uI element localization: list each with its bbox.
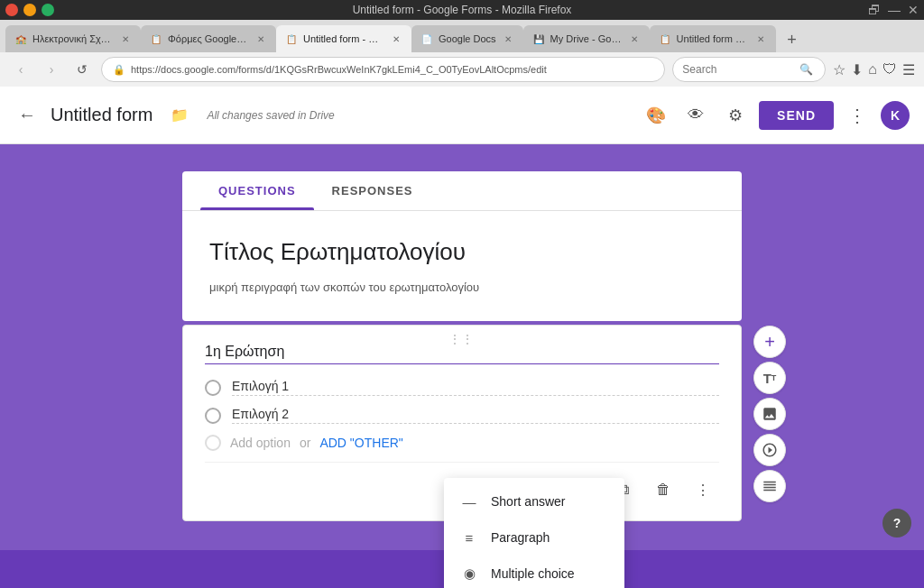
tab-favicon-2: 📋 <box>150 32 162 45</box>
tab-close-4[interactable]: ✕ <box>502 32 514 45</box>
tab-favicon-1: 🏫 <box>14 32 27 45</box>
window-close-btn[interactable] <box>5 4 18 16</box>
option-label-2[interactable]: Επιλογή 2 <box>232 407 719 424</box>
tab-close-5[interactable]: ✕ <box>628 32 641 45</box>
window-minimize-icon[interactable]: — <box>888 3 901 17</box>
more-question-options-button[interactable]: ⋮ <box>687 473 719 506</box>
dropdown-item-short-answer[interactable]: — Short answer <box>444 483 624 519</box>
add-section-button[interactable] <box>753 470 786 502</box>
add-option-text[interactable]: Add option <box>230 436 291 450</box>
tab-close-3[interactable]: ✕ <box>390 32 402 45</box>
browser-tab-4[interactable]: 📄 Google Docs ✕ <box>411 25 523 52</box>
add-option-row: Add option or ADD "OTHER" <box>205 435 719 451</box>
window-restore-icon[interactable]: 🗗 <box>868 3 881 17</box>
tab-close-6[interactable]: ✕ <box>754 32 767 45</box>
forward-button[interactable]: › <box>40 58 63 81</box>
sidebar-buttons: + TT <box>753 326 786 502</box>
tab-label-5: My Drive - Google ... <box>550 33 623 44</box>
option-row-2: Επιλογή 2 <box>205 407 719 424</box>
add-title-button[interactable]: TT <box>753 362 786 394</box>
search-icon: 🔍 <box>799 63 813 76</box>
radio-circle-2 <box>205 408 221 424</box>
question-title[interactable]: 1η Ερώτηση <box>205 344 719 364</box>
type-dropdown-menu: — Short answer ≡ Paragraph ◉ Multiple ch… <box>444 478 624 588</box>
url-text: https://docs.google.com/forms/d/1KQGsRrB… <box>131 64 653 75</box>
option-label-1[interactable]: Επιλογή 1 <box>232 379 719 396</box>
more-options-button[interactable]: ⋮ <box>841 99 873 132</box>
refresh-button[interactable]: ↺ <box>70 58 94 81</box>
back-to-forms-button[interactable]: ← <box>14 101 40 129</box>
tab-close-1[interactable]: ✕ <box>119 32 132 45</box>
tab-label-3: Untitled form - Goo... <box>303 33 384 44</box>
window-close-icon[interactable]: ✕ <box>908 3 919 17</box>
drag-handle: ⋮⋮ <box>449 333 475 345</box>
tab-close-2[interactable]: ✕ <box>254 32 267 45</box>
delete-question-button[interactable]: 🗑 <box>647 473 679 506</box>
radio-circle-add <box>205 435 221 451</box>
home-icon[interactable]: ⌂ <box>868 61 877 78</box>
tabs-bar: 🏫 Ηλεκτρονική Σχολι... ✕ 📋 Φόρμες Google… <box>0 20 924 52</box>
browser-tab-5[interactable]: 💾 My Drive - Google ... ✕ <box>523 25 650 52</box>
bookmark-icons: ☆ ⬇ ⌂ 🛡 ☰ <box>833 61 915 78</box>
form-title: Untitled form <box>51 105 152 125</box>
title-bar: Untitled form - Google Forms - Mozilla F… <box>0 0 924 20</box>
add-other-button[interactable]: ADD "OTHER" <box>319 436 402 450</box>
tab-questions[interactable]: QUESTIONS <box>200 171 314 210</box>
form-body: Τίτλος Ερωτηματολογίου μικρή περιγραφή τ… <box>182 211 742 321</box>
shield-icon[interactable]: 🛡 <box>882 61 897 78</box>
send-button[interactable]: SEND <box>759 101 834 130</box>
window-max-btn[interactable] <box>42 4 54 16</box>
download-icon[interactable]: ⬇ <box>851 61 863 78</box>
tab-favicon-6: 📋 <box>659 32 671 45</box>
palette-button[interactable]: 🎨 <box>640 99 672 132</box>
dropdown-item-multiple-choice[interactable]: ◉ Multiple choice <box>444 556 624 588</box>
ssl-lock-icon: 🔒 <box>113 64 125 76</box>
tab-favicon-4: 📄 <box>420 32 433 45</box>
browser-tab-3[interactable]: 📋 Untitled form - Goo... ✕ <box>276 25 411 52</box>
paragraph-icon: ≡ <box>460 528 478 547</box>
preview-button[interactable]: 👁 <box>679 99 712 132</box>
url-bar[interactable]: 🔒 https://docs.google.com/forms/d/1KQGsR… <box>101 57 665 82</box>
tab-favicon-3: 📋 <box>285 32 298 45</box>
add-question-button[interactable]: + <box>753 326 786 358</box>
tab-favicon-5: 💾 <box>532 32 545 45</box>
add-option-or-text: or <box>300 436 310 450</box>
search-bar[interactable]: 🔍 <box>672 57 826 82</box>
browser-tab-2[interactable]: 📋 Φόρμες Google: Δη... ✕ <box>141 25 276 52</box>
header-actions: 🎨 👁 ⚙ SEND ⋮ K <box>640 99 910 132</box>
radio-circle-1 <box>205 380 221 396</box>
add-video-button[interactable] <box>753 434 786 466</box>
tab-label-6: Untitled form - Goo... <box>677 33 749 44</box>
menu-icon[interactable]: ☰ <box>902 61 915 78</box>
tab-label-4: Google Docs <box>439 33 496 44</box>
dropdown-label-paragraph: Paragraph <box>491 530 550 545</box>
form-tabs: QUESTIONS RESPONSES <box>182 171 742 211</box>
back-button[interactable]: ‹ <box>9 58 32 81</box>
multiple-choice-icon: ◉ <box>460 565 478 583</box>
form-header-title: Τίτλος Ερωτηματολογίου <box>209 238 715 266</box>
form-card: QUESTIONS RESPONSES Τίτλος Ερωτηματολογί… <box>182 171 742 321</box>
avatar[interactable]: K <box>881 101 910 130</box>
question-header: 1η Ερώτηση <box>205 344 719 364</box>
new-tab-button[interactable]: + <box>780 27 805 52</box>
search-input[interactable] <box>682 63 799 76</box>
tab-label-1: Ηλεκτρονική Σχολι... <box>32 33 114 44</box>
browser-tab-1[interactable]: 🏫 Ηλεκτρονική Σχολι... ✕ <box>5 25 141 52</box>
saved-status: All changes saved in Drive <box>207 109 334 122</box>
dropdown-item-paragraph[interactable]: ≡ Paragraph <box>444 519 624 556</box>
help-button[interactable]: ? <box>882 509 911 537</box>
dropdown-label-multiple-choice: Multiple choice <box>491 566 575 581</box>
window-title: Untitled form - Google Forms - Mozilla F… <box>353 4 572 16</box>
app-header: ← Untitled form 📁 All changes saved in D… <box>0 87 924 144</box>
browser-chrome: 🏫 Ηλεκτρονική Σχολι... ✕ 📋 Φόρμες Google… <box>0 20 924 87</box>
bookmark-icon[interactable]: ☆ <box>833 61 845 78</box>
short-answer-icon: — <box>460 492 478 510</box>
tab-responses[interactable]: RESPONSES <box>314 171 431 210</box>
window-min-btn[interactable] <box>23 4 36 16</box>
main-background: QUESTIONS RESPONSES Τίτλος Ερωτηματολογί… <box>0 144 924 550</box>
settings-button[interactable]: ⚙ <box>719 99 752 132</box>
folder-button[interactable]: 📁 <box>163 99 196 132</box>
add-image-button[interactable] <box>753 398 786 430</box>
address-bar: ‹ › ↺ 🔒 https://docs.google.com/forms/d/… <box>0 52 924 87</box>
browser-tab-6[interactable]: 📋 Untitled form - Goo... ✕ <box>650 25 776 52</box>
